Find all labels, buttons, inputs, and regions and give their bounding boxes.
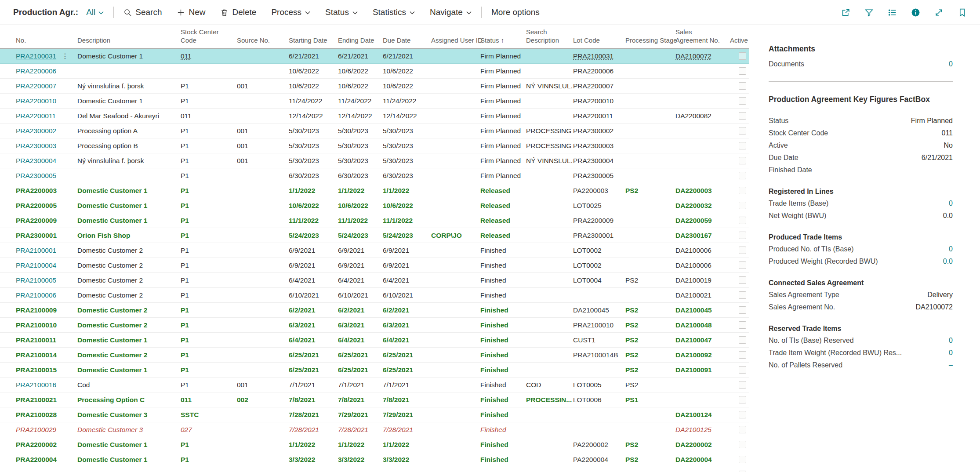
row-no-link[interactable]: PRA2200005 <box>16 202 57 209</box>
table-row[interactable]: PRA2100014⋮Domestic Customer 2P16/25/202… <box>0 348 749 363</box>
row-no-link[interactable]: PRA2100009 <box>16 306 57 314</box>
active-checkbox[interactable] <box>739 261 746 269</box>
table-row[interactable]: PRA2200003⋮Domestic Customer 1P11/1/2022… <box>0 183 749 198</box>
table-row[interactable]: PRA2300005⋮P16/30/20236/30/20236/30/2023… <box>0 168 749 183</box>
active-checkbox[interactable] <box>739 366 746 374</box>
column-header-status[interactable]: Status ↑ <box>480 25 526 49</box>
active-checkbox[interactable] <box>739 351 746 359</box>
list-view-button[interactable] <box>888 8 897 17</box>
active-checkbox[interactable] <box>739 172 746 179</box>
column-header-sa[interactable]: Sales Agreement No. <box>675 25 730 49</box>
table-row[interactable]: PRA2200008⋮Domestic Customer 1P110/12/20… <box>0 467 749 472</box>
row-no-link[interactable]: PRA2300004 <box>16 157 56 164</box>
active-checkbox[interactable] <box>739 306 746 314</box>
table-row[interactable]: PRA2200007⋮Ný vinnslulína f. þorskP10011… <box>0 79 749 94</box>
row-no-link[interactable]: PRA2200010 <box>16 97 56 105</box>
table-row[interactable]: PRA2200009⋮Domestic Customer 1P111/1/202… <box>0 213 749 228</box>
row-no-link[interactable]: PRA2100021 <box>16 396 57 403</box>
table-row[interactable]: PRA2300002⋮Processing option AP10015/30/… <box>0 123 749 138</box>
column-header-due[interactable]: Due Date <box>383 25 431 49</box>
row-no-link[interactable]: PRA2200007 <box>16 82 56 90</box>
more-options-button[interactable]: More options <box>491 7 540 17</box>
active-checkbox[interactable] <box>739 232 746 239</box>
table-row[interactable]: PRA2300004⋮Ný vinnslulína f. þorskP10015… <box>0 153 749 168</box>
active-checkbox[interactable] <box>739 321 746 329</box>
column-header-start[interactable]: Starting Date <box>289 25 338 49</box>
active-checkbox[interactable] <box>739 336 746 344</box>
active-checkbox[interactable] <box>739 396 746 403</box>
column-header-stage[interactable]: Processing Stage <box>625 25 675 49</box>
row-no-link[interactable]: PRA2100006 <box>16 291 56 299</box>
factbox-field-value[interactable]: 0 <box>944 199 953 208</box>
factbox-field-value[interactable]: 0 <box>944 244 953 254</box>
active-checkbox[interactable] <box>739 127 746 134</box>
factbox-field-value[interactable]: – <box>944 360 953 370</box>
table-row[interactable]: PRA2100005⋮Domestic Customer 2P16/4/2021… <box>0 273 749 288</box>
column-header-end[interactable]: Ending Date <box>338 25 383 49</box>
active-checkbox[interactable] <box>739 67 746 75</box>
column-header-no[interactable]: No. <box>0 25 62 49</box>
row-no-link[interactable]: PRA2100001 <box>16 247 56 254</box>
new-button[interactable]: New <box>177 7 205 17</box>
table-row[interactable]: PRA2100004⋮Domestic Customer 2P16/9/2021… <box>0 258 749 273</box>
factbox-field-value[interactable]: 0 <box>944 336 953 345</box>
row-no-link[interactable]: PRA2300001 <box>16 232 57 239</box>
row-no-link[interactable]: PRA2100015 <box>16 366 57 374</box>
active-checkbox[interactable] <box>739 381 746 388</box>
statistics-menu[interactable]: Statistics <box>373 7 415 17</box>
active-checkbox[interactable] <box>739 187 746 194</box>
table-row[interactable]: PRA2100006⋮Domestic Customer 2P16/10/202… <box>0 288 749 303</box>
row-no-link[interactable]: PRA2100028 <box>16 411 57 418</box>
row-no-link[interactable]: PRA2100029 <box>16 426 56 433</box>
row-no-link[interactable]: PRA2300005 <box>16 172 56 179</box>
row-no-link[interactable]: PRA2100005 <box>16 276 56 284</box>
filter-button[interactable] <box>864 8 874 17</box>
row-context-menu-icon[interactable]: ⋮ <box>62 52 69 60</box>
active-checkbox[interactable] <box>739 411 746 418</box>
active-checkbox[interactable] <box>739 426 746 433</box>
table-row[interactable]: PRA2100016⋮CodP10017/1/20217/1/20217/1/2… <box>0 378 749 392</box>
row-no-link[interactable]: PRA2300003 <box>16 142 56 149</box>
active-checkbox[interactable] <box>739 112 746 120</box>
active-checkbox[interactable] <box>739 142 746 149</box>
column-header-lot[interactable]: Lot Code <box>573 25 625 49</box>
row-no-link[interactable]: PRA2200006 <box>16 67 56 75</box>
process-menu[interactable]: Process <box>271 7 310 17</box>
table-row[interactable]: PRA2200006⋮10/6/202210/6/202210/6/2022Fi… <box>0 64 749 79</box>
active-checkbox[interactable] <box>739 157 746 164</box>
active-checkbox[interactable] <box>739 202 746 209</box>
navigate-menu[interactable]: Navigate <box>430 7 472 17</box>
row-no-link[interactable]: PRA2200002 <box>16 441 57 448</box>
table-row[interactable]: PRA2200005⋮Domestic Customer 1P110/6/202… <box>0 198 749 213</box>
table-row[interactable]: PRA2100001⋮Domestic Customer 2P16/9/2021… <box>0 243 749 258</box>
active-checkbox[interactable] <box>739 456 746 463</box>
table-row[interactable]: PRA2300001⋮Orion Fish ShopP15/24/20235/2… <box>0 228 749 243</box>
active-checkbox[interactable] <box>739 247 746 254</box>
row-no-link[interactable]: PRA2100031 <box>16 52 56 60</box>
column-header-active[interactable]: Active <box>730 25 749 49</box>
table-row[interactable]: PRA2100029⋮Domestic Customer 30277/28/20… <box>0 422 749 437</box>
active-checkbox[interactable] <box>739 52 746 60</box>
table-row[interactable]: PRA2100015⋮Domestic Customer 1P16/25/202… <box>0 363 749 378</box>
column-header-stock[interactable]: Stock Center Code <box>181 25 237 49</box>
table-row[interactable]: PRA2100011⋮Domestic Customer 1P16/4/2021… <box>0 333 749 348</box>
active-checkbox[interactable] <box>739 276 746 284</box>
active-checkbox[interactable] <box>739 217 746 224</box>
table-row[interactable]: PRA2200002⋮Domestic Customer 1P11/1/2022… <box>0 437 749 452</box>
column-header-desc[interactable]: Description <box>77 25 181 49</box>
table-row[interactable]: PRA2100028⋮Domestic Customer 3SSTC7/28/2… <box>0 407 749 422</box>
factbox-field-value[interactable]: 0 <box>944 348 953 358</box>
share-button[interactable] <box>841 8 850 17</box>
table-row[interactable]: PRA2100010⋮Domestic Customer 2P16/3/2021… <box>0 318 749 333</box>
column-header-user[interactable]: Assigned User ID <box>431 25 480 49</box>
factbox-field-value[interactable]: 0.0 <box>938 257 953 266</box>
row-no-link[interactable]: PRA2100016 <box>16 381 56 388</box>
delete-button[interactable]: Delete <box>220 7 256 17</box>
row-no-link[interactable]: PRA2300002 <box>16 127 56 134</box>
row-no-link[interactable]: PRA2100011 <box>16 336 56 344</box>
table-row[interactable]: PRA2100031⋮Domestic Customer 10116/21/20… <box>0 49 749 64</box>
active-checkbox[interactable] <box>739 291 746 299</box>
row-no-link[interactable]: PRA2100010 <box>16 321 57 329</box>
row-no-link[interactable]: PRA2200003 <box>16 187 57 194</box>
column-header-search[interactable]: Search Description <box>526 25 573 49</box>
